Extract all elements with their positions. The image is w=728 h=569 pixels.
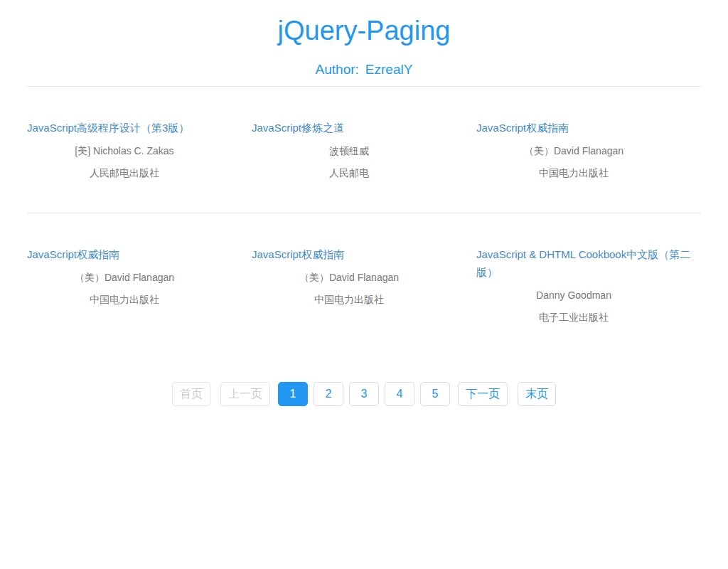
author-label: Author: (316, 62, 359, 77)
book-publisher: 中国电力出版社 (27, 294, 222, 305)
pagination-next-button[interactable]: 下一页 (458, 382, 508, 406)
book-author: 波顿纽威 (252, 146, 446, 156)
page-container: jQuery-Paging Author:EzrealY JavaScript高… (27, 0, 701, 406)
author-line: Author:EzrealY (27, 63, 701, 76)
book-title-link[interactable]: JavaScript权威指南 (27, 245, 252, 263)
book-card: JavaScript修炼之道 波顿纽威 人民邮电 (252, 119, 476, 179)
book-title-link[interactable]: JavaScript修炼之道 (252, 119, 476, 137)
book-publisher: 中国电力出版社 (252, 294, 446, 305)
book-card: JavaScript & DHTML Cookbook中文版（第二版） Dann… (476, 245, 701, 323)
pagination-last-button[interactable]: 末页 (518, 382, 556, 406)
pagination-page-4[interactable]: 4 (385, 382, 414, 406)
book-author: （美）David Flanagan (476, 146, 671, 156)
book-title-link[interactable]: JavaScript权威指南 (476, 119, 701, 137)
book-author: [美] Nicholas C. Zakas (27, 146, 222, 156)
book-row-1: JavaScript高级程序设计（第3版） [美] Nicholas C. Za… (27, 87, 701, 213)
page-title: jQuery-Paging (27, 0, 701, 46)
pagination-first-button[interactable]: 首页 (172, 382, 210, 406)
book-publisher: 中国电力出版社 (476, 168, 671, 179)
book-publisher: 人民邮电 (252, 168, 446, 179)
book-title-link[interactable]: JavaScript权威指南 (252, 245, 476, 263)
pagination-page-5[interactable]: 5 (420, 382, 450, 406)
book-publisher: 电子工业出版社 (476, 312, 671, 323)
book-card: JavaScript权威指南 （美）David Flanagan 中国电力出版社 (27, 245, 252, 323)
book-author: Danny Goodman (476, 290, 671, 301)
book-row-2: JavaScript权威指南 （美）David Flanagan 中国电力出版社… (27, 213, 701, 323)
book-author: （美）David Flanagan (252, 272, 446, 283)
page-header: jQuery-Paging Author:EzrealY (27, 0, 701, 76)
pagination: 首页 上一页 1 2 3 4 5 下一页 末页 (27, 382, 701, 406)
book-card: JavaScript权威指南 （美）David Flanagan 中国电力出版社 (252, 245, 476, 323)
pagination-page-3[interactable]: 3 (349, 382, 379, 406)
book-title-link[interactable]: JavaScript & DHTML Cookbook中文版（第二版） (476, 245, 701, 281)
pagination-page-1[interactable]: 1 (278, 382, 308, 406)
book-card: JavaScript高级程序设计（第3版） [美] Nicholas C. Za… (27, 119, 252, 179)
author-name: EzrealY (365, 62, 413, 77)
pagination-page-2[interactable]: 2 (314, 382, 343, 406)
pagination-prev-button[interactable]: 上一页 (220, 382, 270, 406)
book-card: JavaScript权威指南 （美）David Flanagan 中国电力出版社 (476, 119, 701, 179)
book-publisher: 人民邮电出版社 (27, 168, 222, 179)
book-title-link[interactable]: JavaScript高级程序设计（第3版） (27, 119, 252, 137)
book-author: （美）David Flanagan (27, 272, 222, 283)
